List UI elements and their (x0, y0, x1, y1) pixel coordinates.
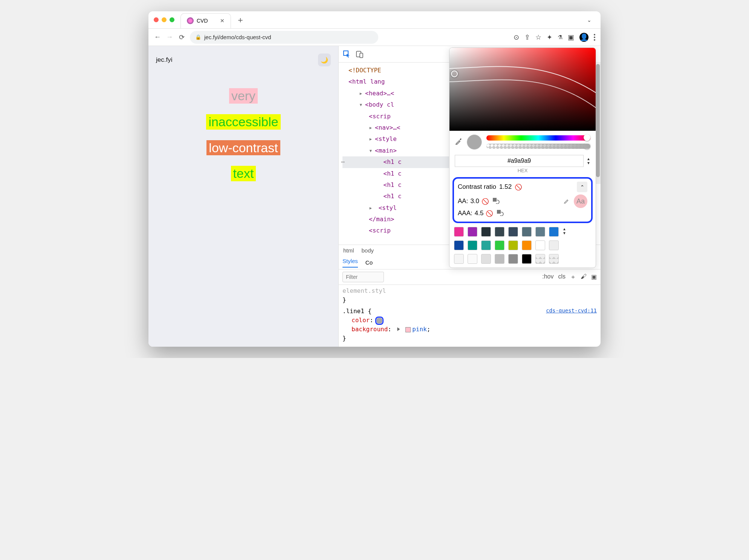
palette-swatch[interactable] (535, 227, 545, 237)
labs-icon[interactable]: ⚗ (558, 34, 563, 41)
palette-swatch[interactable] (454, 227, 464, 237)
demo-word-3: low-contrast (206, 140, 280, 156)
new-style-rule-icon[interactable]: ＋ (570, 273, 576, 281)
demo-word-2: inaccessible (206, 114, 280, 130)
color-swatch[interactable] (377, 318, 382, 323)
aa-value: 3.0 (470, 197, 479, 205)
palette-swatch[interactable] (481, 227, 491, 237)
aaa-value: 4.5 (475, 210, 484, 217)
palette-swatch[interactable] (495, 227, 504, 237)
palette-swatch[interactable] (535, 254, 545, 264)
aaa-fail-icon: 🚫 (486, 210, 493, 217)
address-bar[interactable]: 🔒 jec.fyi/demo/cds-quest-cvd (190, 31, 378, 44)
page-viewport: jec.fyi 🌙 very inaccessible low-contrast… (148, 46, 338, 347)
titlebar: CVD ✕ ＋ ⌄ (148, 11, 601, 29)
share-icon[interactable]: ⇪ (524, 33, 530, 41)
zoom-icon[interactable]: ⊙ (514, 33, 519, 41)
palette-swatch[interactable] (454, 240, 464, 250)
close-tab-icon[interactable]: ✕ (220, 18, 225, 24)
palette-swatch[interactable] (508, 240, 518, 250)
site-title: jec.fyi (156, 56, 172, 64)
browser-menu-button[interactable] (594, 34, 595, 41)
maximize-window-button[interactable] (170, 17, 174, 22)
aa-fix-icon[interactable] (492, 197, 500, 205)
format-stepper[interactable]: ▲▼ (587, 157, 590, 165)
gradient-handle[interactable] (451, 70, 458, 77)
palette-swatch[interactable] (454, 254, 464, 264)
color-swatches: ▲▼ (449, 225, 596, 268)
element-style-label: element.styl (342, 286, 597, 295)
palette-swatch[interactable] (535, 240, 545, 250)
background-swatch[interactable] (405, 327, 411, 332)
bookmark-icon[interactable]: ☆ (535, 33, 541, 41)
palette-swatch[interactable] (508, 254, 518, 264)
tab-computed[interactable]: Co (365, 259, 373, 266)
styles-filter-row: :hov cls ＋ 🖌 ▣ (339, 269, 601, 285)
content-area: jec.fyi 🌙 very inaccessible low-contrast… (148, 46, 601, 347)
palette-swatch[interactable] (549, 254, 559, 264)
aaa-fix-icon[interactable] (496, 209, 504, 217)
palette-stepper[interactable]: ▲▼ (563, 227, 570, 237)
extensions-icon[interactable]: ✦ (547, 33, 552, 41)
collapse-contrast-icon[interactable]: ⌃ (577, 182, 587, 192)
url-text: jec.fyi/demo/cds-quest-cvd (204, 34, 271, 40)
side-panel-icon[interactable]: ▣ (568, 33, 574, 41)
palette-swatch[interactable] (495, 240, 504, 250)
hue-slider[interactable] (486, 135, 590, 141)
lock-icon: 🔒 (195, 34, 201, 40)
browser-tab[interactable]: CVD ✕ (180, 13, 231, 28)
contrast-value: 1.52 (499, 183, 512, 191)
close-window-button[interactable] (154, 17, 159, 22)
demo-word-1: very (229, 88, 258, 104)
contrast-ratio-section: Contrast ratio 1.52 🚫 ⌃ AA: 3.0 🚫 (452, 177, 593, 223)
palette-swatch[interactable] (468, 240, 477, 250)
devtools-panel: ⚙ ✕ <!DOCTYPE <html lang ▸<head>…< ▾<bod… (338, 46, 601, 347)
styles-pane[interactable]: element.styl } .line1 { cds-quest-cvd:11… (339, 285, 601, 347)
color-gradient[interactable] (449, 48, 596, 131)
contrast-fail-icon: 🚫 (515, 184, 522, 191)
tab-styles[interactable]: Styles (342, 258, 358, 268)
device-toolbar-icon[interactable] (356, 50, 364, 58)
devtools-scrollbar[interactable] (595, 63, 601, 184)
profile-avatar[interactable]: 👤 (579, 33, 588, 42)
contrast-label: Contrast ratio (458, 183, 496, 191)
toggle-cls-icon[interactable]: cls (558, 273, 566, 281)
palette-swatch[interactable] (549, 227, 559, 237)
browser-toolbar: ← → ⟳ 🔒 jec.fyi/demo/cds-quest-cvd ⊙ ⇪ ☆… (148, 29, 601, 46)
tab-title: CVD (197, 18, 208, 24)
palette-swatch[interactable] (549, 240, 559, 250)
minimize-window-button[interactable] (162, 17, 167, 22)
alpha-slider[interactable] (486, 144, 590, 149)
palette-swatch[interactable] (522, 240, 532, 250)
svg-rect-2 (360, 53, 363, 58)
palette-swatch[interactable] (481, 254, 491, 264)
palette-swatch[interactable] (522, 227, 532, 237)
aa-label: AA: (458, 197, 468, 205)
palette-swatch[interactable] (522, 254, 532, 264)
new-tab-button[interactable]: ＋ (236, 14, 245, 26)
eyedropper-icon[interactable] (455, 138, 462, 147)
hex-input[interactable] (455, 155, 584, 167)
hex-label: HEX (449, 168, 596, 176)
browser-window: CVD ✕ ＋ ⌄ ← → ⟳ 🔒 jec.fyi/demo/cds-quest… (148, 11, 601, 347)
source-link[interactable]: cds-quest-cvd:11 (546, 307, 597, 315)
palette-swatch[interactable] (481, 240, 491, 250)
tabs-menu-icon[interactable]: ⌄ (587, 17, 592, 23)
palette-swatch[interactable] (468, 227, 477, 237)
inspect-element-icon[interactable] (343, 50, 351, 58)
contrast-eyedropper-icon[interactable] (563, 197, 570, 206)
styles-filter-input[interactable] (342, 272, 384, 282)
back-button[interactable]: ← (154, 34, 161, 41)
box-model-icon[interactable]: ▣ (591, 273, 597, 281)
aa-fail-icon: 🚫 (482, 198, 489, 205)
palette-swatch[interactable] (495, 254, 504, 264)
toggle-hover-icon[interactable]: :hov (542, 273, 553, 281)
reload-button[interactable]: ⟳ (178, 34, 185, 41)
forward-button[interactable]: → (166, 34, 173, 41)
expand-shorthand-icon[interactable] (397, 327, 400, 331)
palette-swatch[interactable] (508, 227, 518, 237)
aa-preview-badge: Aa (574, 194, 587, 208)
palette-swatch[interactable] (468, 254, 477, 264)
brush-icon[interactable]: 🖌 (581, 273, 587, 281)
theme-toggle-button[interactable]: 🌙 (318, 54, 331, 66)
